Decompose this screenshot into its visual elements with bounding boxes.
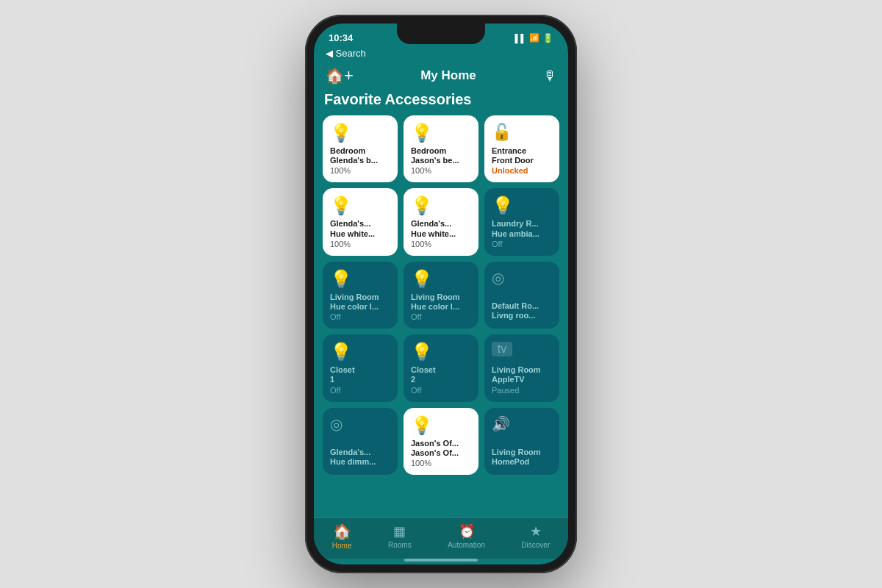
circle-icon-13: ◎ <box>330 415 390 433</box>
notch <box>397 24 485 44</box>
tab-rooms-label: Rooms <box>388 541 412 549</box>
tile-name-9: Default Ro...Livng roo... <box>492 301 552 320</box>
tile-name-2: BedroomJason's be... <box>411 146 471 165</box>
bulb-icon-6: 💡 <box>492 196 552 216</box>
content-area: Favorite Accessories 💡 BedroomGlenda's b… <box>314 91 568 517</box>
tile-name-13: Glenda's...Hue dimm... <box>330 448 390 467</box>
tile-status-6: Off <box>492 240 552 248</box>
bulb-icon-5: 💡 <box>411 196 471 216</box>
tile-name-10: Closet1 <box>330 365 390 384</box>
bulb-icon-4: 💡 <box>330 196 390 216</box>
bulb-icon-11: 💡 <box>411 342 471 362</box>
bulb-icon-2: 💡 <box>411 123 471 143</box>
tile-living-hue1[interactable]: 💡 Living RoomHue color l... Off <box>323 262 398 329</box>
tile-name-4: Glenda's...Hue white... <box>330 219 390 238</box>
tile-name-7: Living RoomHue color l... <box>330 293 390 312</box>
tile-status-10: Off <box>330 386 390 395</box>
phone-frame: 10:34 ▌▌ 📶 🔋 ◀ Search 🏠 + My Home 🎙 Favo… <box>305 15 577 573</box>
tab-rooms[interactable]: ▦ Rooms <box>388 523 412 549</box>
tile-name-12: Living RoomAppleTV <box>492 365 552 384</box>
tile-status-14: 100% <box>411 459 471 467</box>
tile-default-room[interactable]: ◎ Default Ro...Livng roo... <box>484 262 559 329</box>
tile-appletv[interactable]: tv Living RoomAppleTV Paused <box>484 334 559 401</box>
tile-status-12: Paused <box>492 386 552 395</box>
tab-automation-label: Automation <box>448 541 485 549</box>
bulb-icon-1: 💡 <box>330 123 390 143</box>
tile-status-7: Off <box>330 312 390 321</box>
tab-rooms-icon: ▦ <box>393 523 406 539</box>
wifi-icon: 📶 <box>529 33 539 43</box>
tile-name-8: Living RoomHue color l... <box>411 293 471 312</box>
tile-name-14: Jason's Of...Jason's Of... <box>411 439 471 458</box>
tile-closet1[interactable]: 💡 Closet1 Off <box>323 334 398 401</box>
tile-status-8: Off <box>411 312 471 321</box>
lock-icon: 🔓 <box>492 123 552 142</box>
tab-automation[interactable]: ⏰ Automation <box>448 523 485 549</box>
tab-discover-label: Discover <box>521 541 550 549</box>
add-button[interactable]: + <box>344 66 354 85</box>
tile-name-11: Closet2 <box>411 365 471 384</box>
appletv-icon: tv <box>492 342 512 356</box>
tile-name-1: BedroomGlenda's b... <box>330 146 390 165</box>
status-time: 10:34 <box>329 32 353 43</box>
tile-entrance-door[interactable]: 🔓 EntranceFront Door Unlocked <box>484 115 559 182</box>
signal-icon: ▌▌ <box>514 34 526 43</box>
tab-automation-icon: ⏰ <box>459 523 475 539</box>
bulb-icon-7: 💡 <box>330 269 390 290</box>
battery-icon: 🔋 <box>542 33 553 43</box>
accessories-grid: 💡 BedroomGlenda's b... 100% 💡 BedroomJas… <box>323 115 559 475</box>
toolbar: 🏠 + My Home 🎙 <box>314 63 568 91</box>
section-title: Favorite Accessories <box>323 91 559 108</box>
tile-glenda-dimmer[interactable]: ◎ Glenda's...Hue dimm... <box>323 408 398 475</box>
page-title: My Home <box>354 68 543 83</box>
tile-bedroom-jason[interactable]: 💡 BedroomJason's be... 100% <box>404 115 478 182</box>
tile-name-15: Living RoomHomePod <box>492 448 552 467</box>
tab-home-label: Home <box>332 542 352 550</box>
search-back[interactable]: ◀ Search <box>326 48 366 59</box>
tile-closet2[interactable]: 💡 Closet2 Off <box>404 334 478 401</box>
tab-home-icon: 🏠 <box>333 523 351 540</box>
nav-bar: ◀ Search <box>314 46 568 63</box>
tile-homepod[interactable]: 🔊 Living RoomHomePod <box>484 408 559 475</box>
home-indicator <box>404 559 478 562</box>
tile-name-3: EntranceFront Door <box>492 146 552 165</box>
tile-bedroom-glenda[interactable]: 💡 BedroomGlenda's b... 100% <box>323 115 398 182</box>
tile-name-5: Glenda's...Hue white... <box>411 219 471 238</box>
tile-status-1: 100% <box>330 166 390 175</box>
tile-status-2: 100% <box>411 166 471 175</box>
phone-screen: 10:34 ▌▌ 📶 🔋 ◀ Search 🏠 + My Home 🎙 Favo… <box>314 24 568 564</box>
tile-status-5: 100% <box>411 240 471 248</box>
bulb-icon-14: 💡 <box>411 415 471 436</box>
tile-laundry[interactable]: 💡 Laundry R...Hue ambia... Off <box>484 188 559 255</box>
bulb-icon-8: 💡 <box>411 269 471 290</box>
homepod-icon: 🔊 <box>492 415 552 433</box>
tile-glenda-hue1[interactable]: 💡 Glenda's...Hue white... 100% <box>323 188 398 255</box>
tab-home[interactable]: 🏠 Home <box>332 523 352 550</box>
bulb-icon-10: 💡 <box>330 342 390 362</box>
siri-icon[interactable]: 🎙 <box>543 68 556 84</box>
tab-bar: 🏠 Home ▦ Rooms ⏰ Automation ★ Discover <box>314 517 568 559</box>
tile-status-3: Unlocked <box>492 166 552 175</box>
tile-name-6: Laundry R...Hue ambia... <box>492 219 552 238</box>
tab-discover[interactable]: ★ Discover <box>521 523 550 549</box>
home-icon[interactable]: 🏠 <box>326 67 344 85</box>
tile-status-11: Off <box>411 386 471 395</box>
tile-status-4: 100% <box>330 240 390 248</box>
circle-icon-9: ◎ <box>492 269 552 287</box>
tile-jason-office[interactable]: 💡 Jason's Of...Jason's Of... 100% <box>404 408 478 475</box>
tile-living-hue2[interactable]: 💡 Living RoomHue color l... Off <box>404 262 478 329</box>
status-icons: ▌▌ 📶 🔋 <box>514 33 553 43</box>
tile-glenda-hue2[interactable]: 💡 Glenda's...Hue white... 100% <box>404 188 478 255</box>
tab-discover-icon: ★ <box>530 523 542 539</box>
